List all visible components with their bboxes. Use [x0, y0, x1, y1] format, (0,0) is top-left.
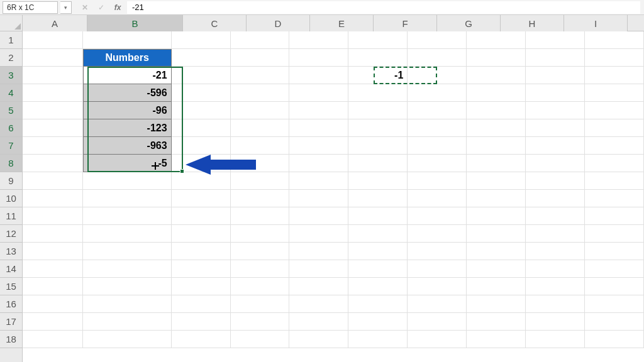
cell-H14[interactable]	[467, 260, 526, 278]
cell-C13[interactable]	[172, 243, 231, 260]
cell-C10[interactable]	[172, 190, 231, 207]
cell-J7[interactable]	[585, 137, 644, 155]
cell-E10[interactable]	[289, 190, 348, 207]
cell-E4[interactable]	[289, 84, 348, 102]
cell-C4[interactable]	[172, 84, 231, 102]
col-header-B[interactable]: B	[87, 15, 183, 31]
cell-B6[interactable]: -123	[83, 119, 172, 137]
cell-F8[interactable]	[348, 155, 408, 172]
cell-E11[interactable]	[289, 207, 348, 225]
cell-I1[interactable]	[526, 31, 585, 49]
cell-G8[interactable]	[408, 155, 467, 172]
cell-D2[interactable]	[231, 49, 290, 67]
cell-F6[interactable]	[348, 119, 408, 137]
cell-I12[interactable]	[526, 225, 585, 243]
cell-C8[interactable]	[172, 155, 231, 172]
cell-C14[interactable]	[172, 260, 231, 278]
cancel-icon[interactable]: ✕	[79, 2, 91, 13]
cell-A13[interactable]	[23, 243, 83, 260]
cell-E12[interactable]	[289, 225, 348, 243]
cell-A9[interactable]	[23, 172, 83, 190]
cell-I5[interactable]	[526, 102, 585, 119]
col-header-I[interactable]: I	[564, 15, 628, 31]
cell-G14[interactable]	[408, 260, 467, 278]
row-header-12[interactable]: 12	[0, 225, 22, 243]
cell-E6[interactable]	[289, 119, 348, 137]
row-header-11[interactable]: 11	[0, 207, 22, 225]
cell-B2[interactable]: Numbers	[83, 49, 172, 67]
cell-A14[interactable]	[23, 260, 83, 278]
enter-icon[interactable]: ✓	[96, 2, 107, 13]
cell-B14[interactable]	[83, 260, 172, 278]
col-header-C[interactable]: C	[183, 15, 247, 31]
cell-A1[interactable]	[23, 31, 83, 49]
cell-D1[interactable]	[231, 31, 290, 49]
cell-D11[interactable]	[231, 207, 290, 225]
cell-A17[interactable]	[23, 313, 83, 331]
cell-I10[interactable]	[526, 190, 585, 207]
cell-D4[interactable]	[231, 84, 290, 102]
cell-D5[interactable]	[231, 102, 290, 119]
cell-E8[interactable]	[289, 155, 348, 172]
cell-B12[interactable]	[83, 225, 172, 243]
cell-F2[interactable]	[348, 49, 408, 67]
cell-A10[interactable]	[23, 190, 83, 207]
cell-J17[interactable]	[585, 313, 644, 331]
cell-F15[interactable]	[348, 278, 408, 295]
row-header-4[interactable]: 4	[0, 84, 22, 102]
cell-A6[interactable]	[23, 119, 83, 137]
cell-C12[interactable]	[172, 225, 231, 243]
cell-E9[interactable]	[289, 172, 348, 190]
cell-E15[interactable]	[289, 278, 348, 295]
cell-J12[interactable]	[585, 225, 644, 243]
col-header-E[interactable]: E	[310, 15, 374, 31]
cell-F7[interactable]	[348, 137, 408, 155]
cell-G4[interactable]	[408, 84, 467, 102]
cell-B5[interactable]: -96	[83, 102, 172, 119]
cell-G17[interactable]	[408, 313, 467, 331]
cell-J16[interactable]	[585, 295, 644, 313]
cell-C1[interactable]	[172, 31, 231, 49]
cell-B17[interactable]	[83, 313, 172, 331]
cell-I8[interactable]	[526, 155, 585, 172]
cell-J2[interactable]	[585, 49, 644, 67]
cell-I11[interactable]	[526, 207, 585, 225]
cell-E1[interactable]	[289, 31, 348, 49]
cell-F11[interactable]	[348, 207, 408, 225]
cell-H9[interactable]	[467, 172, 526, 190]
row-header-10[interactable]: 10	[0, 190, 22, 207]
cell-F10[interactable]	[348, 190, 408, 207]
cell-J11[interactable]	[585, 207, 644, 225]
insert-function-button[interactable]: fx	[112, 2, 123, 13]
cell-C3[interactable]	[172, 67, 231, 84]
cell-J3[interactable]	[585, 67, 644, 84]
cell-E2[interactable]	[289, 49, 348, 67]
cell-E13[interactable]	[289, 243, 348, 260]
cell-I2[interactable]	[526, 49, 585, 67]
cell-B18[interactable]	[83, 331, 172, 348]
cell-I13[interactable]	[526, 243, 585, 260]
cell-J9[interactable]	[585, 172, 644, 190]
cell-F18[interactable]	[348, 331, 408, 348]
cell-C18[interactable]	[172, 331, 231, 348]
cell-G9[interactable]	[408, 172, 467, 190]
cell-G13[interactable]	[408, 243, 467, 260]
col-header-F[interactable]: F	[374, 15, 437, 31]
cell-I18[interactable]	[526, 331, 585, 348]
cell-B9[interactable]	[83, 172, 172, 190]
cell-H16[interactable]	[467, 295, 526, 313]
col-header-H[interactable]: H	[501, 15, 564, 31]
cell-G2[interactable]	[408, 49, 467, 67]
cell-J4[interactable]	[585, 84, 644, 102]
cell-G10[interactable]	[408, 190, 467, 207]
cell-B8[interactable]: -5	[83, 155, 172, 172]
cell-G7[interactable]	[408, 137, 467, 155]
row-header-14[interactable]: 14	[0, 260, 22, 278]
cell-F5[interactable]	[348, 102, 408, 119]
cell-H6[interactable]	[467, 119, 526, 137]
cell-B10[interactable]	[83, 190, 172, 207]
cell-J5[interactable]	[585, 102, 644, 119]
cell-B16[interactable]	[83, 295, 172, 313]
cell-A7[interactable]	[23, 137, 83, 155]
cell-F9[interactable]	[348, 172, 408, 190]
